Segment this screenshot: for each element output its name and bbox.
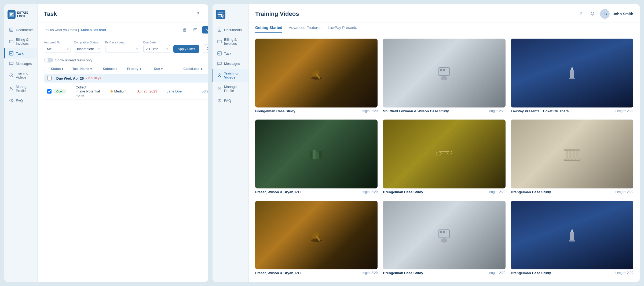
sidebar-item-task[interactable]: Task [4, 48, 37, 58]
video-length-0: Length: 2:29 [360, 109, 378, 113]
right-sidebar-label-documents: Documents [224, 28, 242, 32]
video-card-3[interactable]: Fraser, Wilson & Bryan, P.C.Length: 2:29 [255, 120, 378, 195]
video-thumb-5 [511, 120, 633, 188]
filter-row: Assigned To Me Completion Status Incompl… [38, 37, 208, 57]
th-subtasks: Subtasks [103, 67, 127, 71]
video-thumb-6 [255, 201, 378, 270]
svg-rect-33 [313, 150, 316, 159]
th-status: Status ⬆ [51, 67, 72, 71]
help-button-right[interactable]: ? [576, 10, 585, 18]
row-checkbox-0[interactable] [47, 89, 52, 94]
left-nav: Documents Billing & Invoices Task Messag… [4, 25, 37, 106]
svg-rect-41 [566, 150, 568, 160]
right-nav: Documents Billing & Invoices Task Messag… [213, 25, 248, 106]
svg-point-29 [441, 76, 447, 80]
td-priority-0: Medium [111, 89, 137, 93]
actions-button[interactable]: Actions ▾ [202, 26, 208, 34]
mark-all-read-link[interactable]: Mark all as read [81, 28, 106, 32]
filter-due-select[interactable]: All Time [143, 45, 170, 53]
svg-point-9 [11, 101, 11, 101]
filter-case-select[interactable] [105, 45, 140, 53]
right-sidebar-item-task[interactable]: Task [213, 48, 248, 58]
export-button[interactable] [191, 25, 200, 34]
toggle-knob [45, 58, 48, 62]
video-thumb-0 [255, 39, 378, 107]
video-title-5: Brengelman Case Study [511, 190, 613, 195]
clear-filter-button[interactable]: Clear Filter [203, 44, 208, 53]
video-length-7: Length: 2:29 [488, 271, 506, 275]
svg-rect-30 [570, 70, 574, 78]
right-sidebar-label-profile: Manage Profile [224, 85, 245, 93]
video-card-4[interactable]: Brengelman Case StudyLength: 2:29 [383, 120, 505, 195]
right-sidebar-item-profile[interactable]: Manage Profile [213, 82, 248, 95]
video-length-3: Length: 2:29 [360, 190, 378, 194]
video-card-5[interactable]: Brengelman Case StudyLength: 2:29 [511, 120, 633, 195]
pagination-row: Rows Per Page : 10 25 50 [38, 270, 208, 282]
actions-label: Actions [206, 28, 208, 32]
video-card-6[interactable]: Fraser, Wilson & Bryan, P.C.Length: 2:29 [255, 201, 378, 276]
unread-toggle[interactable] [44, 58, 53, 62]
video-title-1: Shuffield Lowman & Wilson Case Study [383, 109, 485, 114]
sort-arrow-caselead: ⬆ [200, 68, 203, 70]
notify-bar: Tell us what you think | Mark all as rea… [38, 23, 208, 37]
right-main: Training Videos ? JS John Smith Getting … [249, 4, 640, 282]
tab-lawpay[interactable]: LawPay Presents [328, 23, 357, 33]
right-logo-icon [216, 10, 225, 19]
notification-button-left[interactable] [205, 10, 208, 18]
sidebar-item-profile[interactable]: Manage Profile [4, 82, 37, 95]
svg-rect-34 [316, 152, 319, 159]
help-button-left[interactable]: ? [193, 10, 202, 18]
tab-advanced[interactable]: Advanced Features [289, 23, 321, 33]
tab-getting-started[interactable]: Getting Started [255, 23, 282, 33]
filter-case: By Case / Lead [105, 41, 140, 53]
video-card-1[interactable]: Shuffield Lowman & Wilson Case StudyLeng… [383, 39, 505, 114]
video-length-1: Length: 2:29 [488, 109, 506, 113]
right-sidebar-item-billing[interactable]: Billing & Invoices [213, 35, 248, 48]
filter-completion-label: Completion Status [74, 41, 102, 44]
filter-due-label: Due Date [143, 41, 170, 44]
svg-rect-27 [440, 69, 442, 71]
video-title-6: Fraser, Wilson & Bryan, P.C. [255, 271, 358, 276]
sidebar-item-training[interactable]: Training Videos [4, 69, 37, 82]
sidebar-item-messages[interactable]: Messages [4, 58, 37, 69]
filter-completion-select[interactable]: Incomplete [74, 45, 102, 53]
svg-point-23 [311, 77, 322, 80]
td-taskname-0: Collect Intake Form [76, 85, 86, 97]
table-header: Status ⬆ Task Name ⬆ Subtasks Priority ⬆… [44, 65, 208, 73]
right-sidebar-item-messages[interactable]: Messages [213, 58, 248, 69]
select-all-checkbox[interactable] [44, 67, 48, 71]
video-length-2: Length: 2:29 [615, 109, 633, 113]
sort-arrow-due: ⬆ [161, 68, 163, 70]
video-length-4: Length: 2:29 [488, 190, 506, 194]
notification-button-right[interactable] [588, 10, 597, 18]
svg-rect-28 [443, 69, 445, 71]
filter-assigned-select[interactable]: Me [44, 45, 71, 53]
svg-rect-54 [569, 240, 575, 242]
sidebar-item-billing[interactable]: Billing & Invoices [4, 35, 37, 48]
video-info-5: Brengelman Case StudyLength: 2:29 [511, 190, 633, 195]
right-sidebar-item-training[interactable]: Training Videos [213, 69, 248, 82]
page-title-right: Training Videos [255, 10, 299, 17]
video-card-0[interactable]: Brengelman Case StudyLength: 2:29 [255, 39, 378, 114]
right-sidebar-item-faq[interactable]: FAQ [213, 95, 248, 106]
apply-filter-button[interactable]: Apply Filter [173, 45, 199, 53]
video-length-6: Length: 2:29 [360, 271, 378, 275]
svg-point-17 [218, 42, 219, 42]
video-card-2[interactable]: LawPay Presents | Ticket CrushersLength:… [511, 39, 633, 114]
right-sidebar-label-training: Training Videos [224, 71, 245, 79]
sidebar-label-messages: Messages [16, 62, 32, 66]
th-due: Due ⬆ [154, 67, 184, 71]
td-assigned-0: John Smith [202, 89, 208, 93]
video-info-3: Fraser, Wilson & Bryan, P.C.Length: 2:29 [255, 190, 378, 195]
right-sidebar-item-documents[interactable]: Documents [213, 25, 248, 35]
video-info-0: Brengelman Case StudyLength: 2:29 [255, 109, 378, 114]
group-checkbox[interactable] [47, 76, 52, 80]
sidebar-item-documents[interactable]: Documents [4, 25, 37, 35]
video-card-8[interactable]: Brengelman Case StudyLength: 2:29 [511, 201, 633, 276]
print-button[interactable] [180, 25, 189, 34]
svg-rect-45 [564, 149, 580, 151]
video-card-7[interactable]: Brengelman Case StudyLength: 2:29 [383, 201, 505, 276]
sidebar-item-faq[interactable]: FAQ [4, 95, 37, 106]
svg-rect-43 [573, 150, 575, 160]
filter-case-wrap [105, 45, 140, 53]
